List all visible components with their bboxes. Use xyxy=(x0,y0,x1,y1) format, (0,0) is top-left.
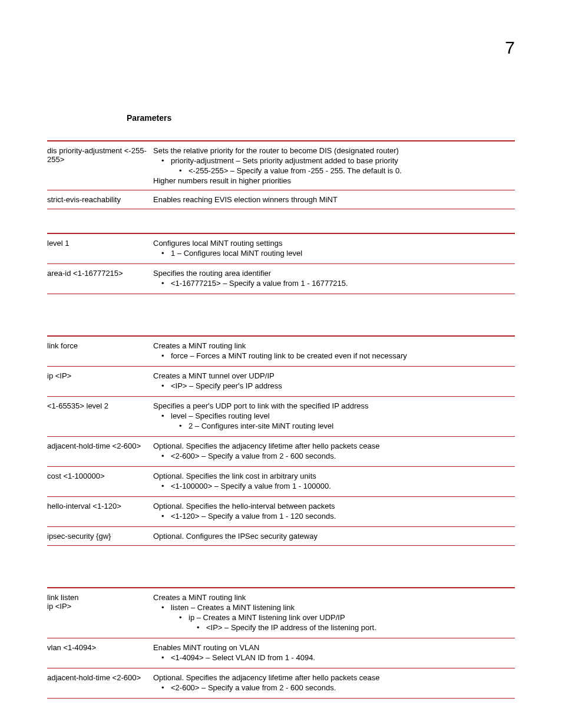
table-row: adjacent-hold-time <2-600> Optional. Spe… xyxy=(47,437,515,467)
bullet-l1: 1 – Configures local MiNT routing level xyxy=(161,249,511,258)
parameters-table-2: level 1 Configures local MiNT routing se… xyxy=(47,233,515,294)
page-number: 7 xyxy=(505,38,515,58)
section-title: Parameters xyxy=(127,113,515,123)
param-description: Creates a MiNT routing link listen – Cre… xyxy=(153,588,515,638)
table-row: area-id <1-16777215> Specifies the routi… xyxy=(47,264,515,294)
param-line: link listen xyxy=(47,593,78,602)
param-name: adjacent-hold-time <2-600> xyxy=(47,437,153,467)
bullet-l2: 2 – Configures inter-site MiNT routing l… xyxy=(179,421,511,430)
bullet-l1: <1-100000> – Specify a value from 1 - 10… xyxy=(161,482,511,490)
param-description: Configures local MiNT routing settings 1… xyxy=(153,233,515,264)
param-name: <1-65535> level 2 xyxy=(47,397,153,437)
bullet-text: level – Specifies routing level xyxy=(171,411,270,420)
param-description: Creates a MiNT routing link force – Forc… xyxy=(153,336,515,367)
param-description: Optional. Specifies the hello-interval b… xyxy=(153,497,515,527)
bullet-l3: <IP> – Specify the IP address of the lis… xyxy=(197,623,511,632)
param-description: Optional. Specifies the link cost in arb… xyxy=(153,467,515,497)
param-line: ip <IP> xyxy=(47,602,71,611)
table-row: link listen ip <IP> Creates a MiNT routi… xyxy=(47,588,515,638)
desc-text: Specifies a peer's UDP port to link with… xyxy=(153,401,368,410)
desc-text: Specifies the routing area identifier xyxy=(153,269,271,278)
table-row: ipsec-security {gw} Optional. Configures… xyxy=(47,527,515,546)
param-description: Sets the relative priority for the route… xyxy=(153,141,515,190)
param-name: cost <1-100000> xyxy=(47,467,153,497)
table-row: cost <1-100000> Optional. Specifies the … xyxy=(47,467,515,497)
bullet-l1: <2-600> – Specify a value from 2 - 600 s… xyxy=(161,683,511,692)
desc-text: Optional. Specifies the link cost in arb… xyxy=(153,472,316,480)
param-description: Enables MiNT routing on VLAN <1-4094> – … xyxy=(153,638,515,668)
param-name: dis priority-adjustment <-255-255> xyxy=(47,141,153,190)
param-description: Optional. Specifies the adjacency lifeti… xyxy=(153,437,515,467)
bullet-text: priority-adjustment – Sets priority adju… xyxy=(171,156,398,165)
table-row: <1-65535> level 2 Specifies a peer's UDP… xyxy=(47,397,515,437)
bullet-l1: <1-16777215> – Specify a value from 1 - … xyxy=(161,279,511,288)
param-description: Optional. Specifies the adjacency lifeti… xyxy=(153,668,515,699)
table-row: link force Creates a MiNT routing link f… xyxy=(47,336,515,367)
param-name: ipsec-security {gw} xyxy=(47,527,153,546)
param-description: Optional. Configures the IPSec security … xyxy=(153,527,515,546)
table-row: dis priority-adjustment <-255-255> Sets … xyxy=(47,141,515,190)
table-row: adjacent-hold-time <2-600> Optional. Spe… xyxy=(47,668,515,699)
bullet-l1: <2-600> – Specify a value from 2 - 600 s… xyxy=(161,452,511,460)
param-name: vlan <1-4094> xyxy=(47,638,153,668)
param-name: level 1 xyxy=(47,233,153,264)
desc-text: Optional. Specifies the adjacency lifeti… xyxy=(153,442,379,450)
desc-text: Configures local MiNT routing settings xyxy=(153,239,282,248)
desc-text: Optional. Specifies the hello-interval b… xyxy=(153,502,335,510)
param-name: link listen ip <IP> xyxy=(47,588,153,638)
parameters-table-4: link listen ip <IP> Creates a MiNT routi… xyxy=(47,587,515,699)
param-name: adjacent-hold-time <2-600> xyxy=(47,668,153,699)
desc-text: Sets the relative priority for the route… xyxy=(153,146,399,155)
table-row: level 1 Configures local MiNT routing se… xyxy=(47,233,515,264)
table-row: hello-interval <1-120> Optional. Specifi… xyxy=(47,497,515,527)
desc-text: Creates a MiNT routing link xyxy=(153,593,246,602)
bullet-l1: level – Specifies routing level 2 – Conf… xyxy=(161,411,511,430)
table-row: ip <IP> Creates a MiNT tunnel over UDP/I… xyxy=(47,367,515,397)
bullet-l1: listen – Creates a MiNT listening link i… xyxy=(161,603,511,632)
param-name: hello-interval <1-120> xyxy=(47,497,153,527)
desc-trailer: Higher numbers result in higher prioriti… xyxy=(153,176,291,185)
bullet-l1: priority-adjustment – Sets priority adju… xyxy=(161,156,511,175)
table-row: strict-evis-reachability Enables reachin… xyxy=(47,190,515,209)
desc-text: Optional. Specifies the adjacency lifeti… xyxy=(153,673,379,682)
desc-text: Creates a MiNT routing link xyxy=(153,341,246,350)
param-name: strict-evis-reachability xyxy=(47,190,153,209)
param-description: Creates a MiNT tunnel over UDP/IP <IP> –… xyxy=(153,367,515,397)
bullet-text: ip – Creates a MiNT listening link over … xyxy=(189,613,345,622)
table-row: vlan <1-4094> Enables MiNT routing on VL… xyxy=(47,638,515,668)
param-description: Specifies a peer's UDP port to link with… xyxy=(153,397,515,437)
bullet-l1: <1-120> – Specify a value from 1 - 120 s… xyxy=(161,512,511,521)
bullet-l2: ip – Creates a MiNT listening link over … xyxy=(179,613,511,632)
param-description: Enables reaching EVIS election winners t… xyxy=(153,190,515,209)
bullet-l2: <-255-255> – Specify a value from -255 -… xyxy=(179,166,511,175)
parameters-table-1: dis priority-adjustment <-255-255> Sets … xyxy=(47,140,515,209)
param-name: ip <IP> xyxy=(47,367,153,397)
bullet-l1: <IP> – Specify peer's IP address xyxy=(161,381,511,390)
desc-text: Enables MiNT routing on VLAN xyxy=(153,643,259,652)
param-name: area-id <1-16777215> xyxy=(47,264,153,294)
bullet-text: listen – Creates a MiNT listening link xyxy=(171,603,295,612)
param-description: Specifies the routing area identifier <1… xyxy=(153,264,515,294)
bullet-l1: <1-4094> – Select VLAN ID from 1 - 4094. xyxy=(161,653,511,662)
bullet-l1: force – Forces a MiNT routing link to be… xyxy=(161,351,511,360)
parameters-table-3: link force Creates a MiNT routing link f… xyxy=(47,335,515,546)
desc-text: Creates a MiNT tunnel over UDP/IP xyxy=(153,371,275,380)
param-name: link force xyxy=(47,336,153,367)
